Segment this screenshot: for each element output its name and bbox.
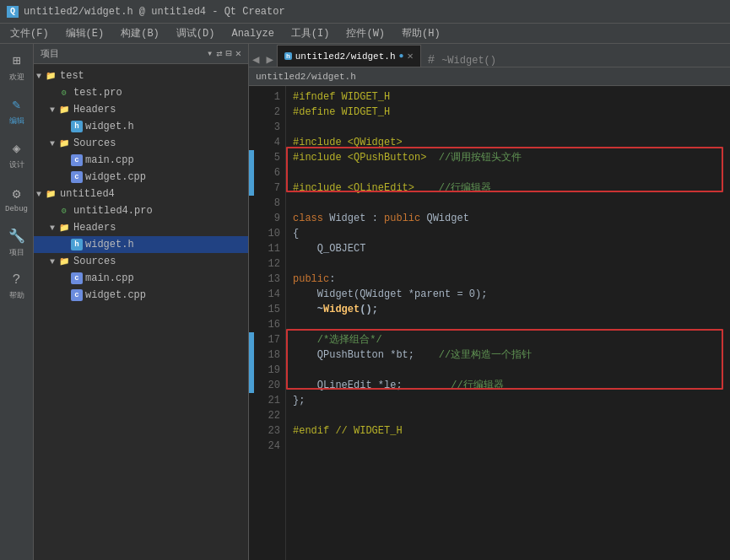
tree-item[interactable]: ▼📁Headers	[34, 101, 248, 118]
menu-bar: 文件(F) 编辑(E) 构建(B) 调试(D) Analyze 工具(I) 控件…	[0, 24, 730, 44]
tree-item[interactable]: cwidget.cpp	[34, 169, 248, 186]
sidebar-item-welcome[interactable]: ⊞ 欢迎	[2, 47, 32, 88]
sidebar-item-help[interactable]: ? 帮助	[2, 267, 32, 307]
marker-line19	[249, 363, 254, 378]
editor-tabs: ◀ ▶ h untitled2/widget.h ● ✕ # ~Widget()	[249, 44, 730, 67]
marker-line5	[249, 150, 254, 165]
tree-item[interactable]: hwidget.h	[34, 118, 248, 135]
menu-edit[interactable]: 编辑(E)	[59, 24, 111, 42]
file-tree-title: 项目	[41, 47, 59, 60]
collapse-icon[interactable]: ⊟	[226, 47, 232, 60]
tree-item[interactable]: cmain.cpp	[34, 152, 248, 169]
tab-back-icon[interactable]: ◀	[249, 52, 262, 67]
code-line	[293, 120, 723, 135]
line-number: 23	[256, 423, 280, 439]
design-icon: ◈	[13, 140, 21, 157]
line-number: 8	[256, 196, 280, 211]
sidebar-label-welcome: 欢迎	[9, 72, 24, 83]
sidebar-label-help: 帮助	[9, 290, 24, 301]
sidebar-item-edit[interactable]: ✎ 编辑	[2, 91, 32, 132]
code-line: /*选择组合*/	[293, 332, 723, 347]
menu-help[interactable]: 帮助(H)	[395, 24, 447, 42]
project-icon: 🔧	[8, 228, 25, 245]
file-tree-content: ▼📁test ⚙test.pro▼📁Headers hwidget.h▼📁Sou…	[34, 64, 248, 560]
marker-line7	[249, 180, 254, 196]
line-number: 7	[256, 180, 280, 196]
code-content[interactable]: #ifndef WIDGET_H#define WIDGET_H #includ…	[286, 86, 730, 560]
tree-item-name: widget.h	[85, 239, 134, 250]
sidebar-label-project: 项目	[9, 247, 24, 258]
tree-arrow: ▼	[34, 190, 44, 199]
sidebar: ⊞ 欢迎 ✎ 编辑 ◈ 设计 ⚙ Debug 🔧 项目 ? 帮助	[0, 44, 34, 560]
line-number: 2	[256, 105, 280, 120]
code-line	[293, 256, 723, 272]
sidebar-label-debug: Debug	[5, 205, 28, 213]
menu-debug[interactable]: 调试(D)	[170, 24, 222, 42]
code-line	[293, 408, 723, 423]
line-number: 11	[256, 241, 280, 256]
sidebar-item-project[interactable]: 🔧 项目	[2, 223, 32, 263]
window-title: untitled2/widget.h @ untitled4 - Qt Crea…	[24, 6, 285, 18]
code-line: };	[293, 393, 723, 408]
code-line: Q_OBJECT	[293, 241, 723, 256]
tree-item[interactable]: ▼📁Sources	[34, 135, 248, 152]
line-number: 9	[256, 211, 280, 226]
code-line: public:	[293, 272, 723, 287]
code-line: #define WIDGET_H	[293, 105, 723, 120]
tree-item-name: test.pro	[73, 87, 122, 99]
tree-item-name: main.cpp	[85, 272, 134, 284]
tree-item-name: widget.cpp	[85, 171, 146, 183]
hash-icon[interactable]: #	[424, 53, 438, 67]
line-number: 16	[256, 317, 280, 332]
tab-forward-icon[interactable]: ▶	[262, 52, 276, 67]
tree-item[interactable]: hwidget.h	[34, 236, 248, 253]
code-line: QPushButton *bt; //这里构造一个指针	[293, 347, 723, 363]
editor-nav: untitled2/widget.h	[249, 67, 730, 86]
app-icon: Q	[7, 6, 19, 18]
line-number: 22	[256, 408, 280, 423]
menu-analyze[interactable]: Analyze	[224, 26, 280, 41]
menu-build[interactable]: 构建(B)	[114, 24, 166, 42]
tab-close-button[interactable]: ✕	[408, 50, 414, 62]
line-number: 24	[256, 439, 280, 454]
link-icon[interactable]: ⇄	[216, 47, 222, 60]
cpp-file-icon: c	[71, 171, 83, 183]
code-line: #ifndef WIDGET_H	[293, 89, 723, 105]
marker-line6	[249, 165, 254, 180]
line-number: 12	[256, 256, 280, 272]
line-number: 19	[256, 363, 280, 378]
code-line	[293, 439, 723, 454]
line-number: 5	[256, 150, 280, 165]
tree-item[interactable]: cmain.cpp	[34, 270, 248, 287]
menu-widget[interactable]: 控件(W)	[339, 24, 392, 42]
tree-item[interactable]: ⚙test.pro	[34, 84, 248, 101]
help-icon: ?	[13, 272, 21, 288]
line-number: 14	[256, 287, 280, 302]
tree-arrow: ▼	[47, 257, 57, 267]
line-number: 20	[256, 378, 280, 393]
pro-icon: ⚙	[57, 204, 71, 218]
sidebar-item-design[interactable]: ◈ 设计	[2, 135, 32, 175]
tree-item[interactable]: ▼📁test	[34, 67, 248, 84]
line-number: 17	[256, 332, 280, 347]
tree-item-name: untitled4.pro	[73, 205, 153, 217]
tree-item[interactable]: ⚙untitled4.pro	[34, 202, 248, 219]
tab-modified-icon: ●	[399, 51, 404, 61]
line-number: 1	[256, 89, 280, 105]
close-panel-icon[interactable]: ✕	[235, 47, 241, 60]
line-number: 13	[256, 272, 280, 287]
tree-item[interactable]: cwidget.cpp	[34, 287, 248, 304]
tree-item[interactable]: ▼📁Headers	[34, 219, 248, 236]
menu-file[interactable]: 文件(F)	[3, 24, 56, 42]
code-line: {	[293, 226, 723, 241]
filter-icon[interactable]: ▾	[207, 47, 213, 60]
breadcrumb-nav[interactable]: ~Widget()	[438, 55, 500, 67]
edit-icon: ✎	[13, 96, 21, 113]
menu-tools[interactable]: 工具(I)	[284, 24, 337, 42]
code-line: #include <QLineEdit> //行编辑器	[293, 180, 723, 196]
editor-tab-widget-h[interactable]: h untitled2/widget.h ● ✕	[277, 45, 421, 67]
sidebar-item-debug[interactable]: ⚙ Debug	[2, 179, 32, 219]
tree-item[interactable]: ▼📁untitled4	[34, 186, 248, 202]
tree-item[interactable]: ▼📁Sources	[34, 253, 248, 270]
file-tree-header: 项目 ▾ ⇄ ⊟ ✕	[34, 44, 248, 64]
